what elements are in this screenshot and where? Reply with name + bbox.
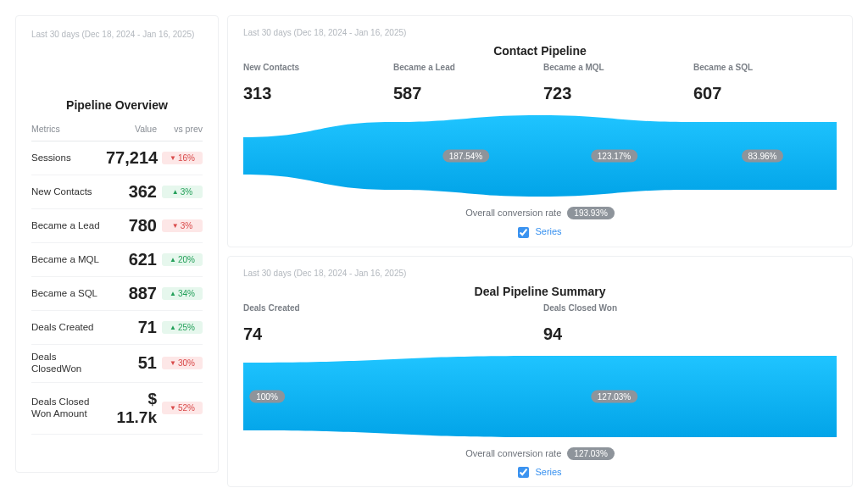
delta-badge: ▼16% bbox=[162, 152, 203, 164]
stage-label: Became a Lead bbox=[393, 63, 537, 72]
overview-header-value: Value bbox=[106, 124, 157, 134]
contact-funnel: 187.54% 123.17% 83.96% bbox=[243, 114, 837, 198]
overall-conversion-label: Overall conversion rate bbox=[465, 208, 561, 218]
overview-row: Became a Lead780▼3% bbox=[31, 209, 203, 243]
conversion-badge: 123.17% bbox=[591, 150, 637, 163]
overview-row: New Contacts362▲3% bbox=[31, 175, 203, 209]
pipeline-stage: Became a SQL607 bbox=[693, 63, 837, 103]
deal-stages-row: Deals Created74Deals Closed Won94 bbox=[243, 303, 837, 344]
stage-label: Deals Created bbox=[243, 303, 537, 313]
delta-badge: ▼30% bbox=[162, 357, 203, 369]
delta-text: 52% bbox=[178, 403, 195, 413]
delta-badge: ▼52% bbox=[162, 402, 203, 414]
triangle-down-icon: ▼ bbox=[172, 223, 179, 230]
series-legend-label: Series bbox=[535, 467, 561, 477]
pipeline-overview-card: Last 30 days (Dec 18, 2024 - Jan 16, 202… bbox=[15, 15, 219, 473]
delta-badge: ▲25% bbox=[162, 321, 203, 334]
delta-text: 3% bbox=[181, 221, 192, 230]
overview-row: Became a MQL621▲20% bbox=[31, 243, 203, 277]
pipeline-stage: Deals Created74 bbox=[243, 303, 537, 344]
stage-value: 313 bbox=[243, 84, 387, 103]
contact-stages-row: New Contacts313Became a Lead587Became a … bbox=[243, 63, 837, 103]
stage-label: Became a SQL bbox=[693, 63, 837, 72]
metric-label: Sessions bbox=[31, 152, 101, 164]
metric-value: 621 bbox=[106, 250, 157, 269]
overview-row: Deals Closed Won Amount$ 11.7k▼52% bbox=[31, 383, 203, 435]
triangle-up-icon: ▲ bbox=[170, 257, 176, 263]
deal-funnel-svg bbox=[243, 354, 837, 439]
stage-value: 74 bbox=[243, 324, 537, 344]
stage-value: 607 bbox=[693, 84, 837, 103]
metric-label: Deals Created bbox=[31, 322, 101, 334]
overall-conversion-label: Overall conversion rate bbox=[465, 448, 561, 458]
triangle-down-icon: ▼ bbox=[170, 360, 176, 367]
deal-funnel: 100% 127.03% bbox=[243, 354, 837, 439]
series-legend-label: Series bbox=[535, 226, 561, 236]
series-legend-item[interactable]: Series bbox=[518, 467, 561, 477]
metric-label: Became a MQL bbox=[31, 254, 101, 266]
overview-row: Became a SQL887▲34% bbox=[31, 277, 203, 311]
conversion-badge: 100% bbox=[249, 390, 285, 402]
stage-value: 723 bbox=[543, 84, 687, 103]
overview-row: Deals ClosedWon51▼30% bbox=[31, 345, 203, 383]
overview-header-row: Metrics Value vs prev bbox=[31, 117, 203, 141]
pipeline-stage: Became a Lead587 bbox=[393, 63, 537, 103]
overview-title: Pipeline Overview bbox=[31, 98, 203, 112]
metric-label: Became a Lead bbox=[31, 220, 101, 232]
pipeline-stage: Became a MQL723 bbox=[543, 63, 687, 103]
deal-pipeline-title: Deal Pipeline Summary bbox=[243, 285, 837, 298]
series-legend-item[interactable]: Series bbox=[518, 226, 561, 236]
triangle-up-icon: ▲ bbox=[170, 291, 176, 297]
overall-conversion-line: Overall conversion rate 193.93% bbox=[243, 207, 837, 219]
delta-text: 3% bbox=[181, 187, 192, 197]
stage-value: 94 bbox=[543, 324, 837, 344]
conversion-badge: 83.96% bbox=[742, 150, 784, 163]
overview-header-metric: Metrics bbox=[31, 124, 101, 134]
overview-header-vsprev: vs prev bbox=[162, 124, 203, 134]
series-checkbox[interactable] bbox=[518, 467, 529, 478]
overview-rows: Sessions77,214▼16%New Contacts362▲3%Beca… bbox=[31, 141, 203, 435]
metric-value: 780 bbox=[106, 216, 157, 236]
overall-conversion-badge: 193.93% bbox=[567, 207, 614, 219]
contact-pipeline-title: Contact Pipeline bbox=[243, 44, 837, 58]
date-range-label: Last 30 days (Dec 18, 2024 - Jan 16, 202… bbox=[243, 28, 837, 37]
series-checkbox[interactable] bbox=[518, 227, 529, 238]
delta-text: 34% bbox=[178, 289, 195, 298]
delta-badge: ▲3% bbox=[162, 186, 203, 198]
metric-value: 362 bbox=[106, 182, 157, 202]
overview-row: Deals Created71▲25% bbox=[31, 311, 203, 345]
delta-badge: ▼3% bbox=[162, 219, 203, 232]
metric-value: 71 bbox=[106, 318, 157, 337]
deal-legend: Series bbox=[243, 467, 837, 479]
metric-label: Deals ClosedWon bbox=[31, 352, 101, 375]
metric-label: Deals Closed Won Amount bbox=[31, 396, 101, 420]
overall-conversion-line: Overall conversion rate 127.03% bbox=[243, 447, 837, 460]
delta-badge: ▲20% bbox=[162, 253, 203, 266]
metric-value: 77,214 bbox=[106, 148, 157, 168]
triangle-up-icon: ▲ bbox=[170, 324, 176, 331]
metric-label: Became a SQL bbox=[31, 288, 101, 300]
delta-text: 20% bbox=[178, 255, 195, 264]
metric-value: 51 bbox=[106, 353, 157, 373]
delta-text: 30% bbox=[178, 358, 195, 368]
pipeline-stage: New Contacts313 bbox=[243, 63, 387, 103]
delta-badge: ▲34% bbox=[162, 287, 203, 300]
date-range-label: Last 30 days (Dec 18, 2024 - Jan 16, 202… bbox=[31, 30, 203, 39]
delta-text: 16% bbox=[178, 153, 195, 163]
stage-label: Became a MQL bbox=[543, 63, 687, 72]
metric-label: New Contacts bbox=[31, 186, 101, 198]
deal-pipeline-card: Last 30 days (Dec 18, 2024 - Jan 16, 202… bbox=[227, 256, 853, 488]
conversion-badge: 187.54% bbox=[442, 150, 489, 163]
pipeline-stage: Deals Closed Won94 bbox=[543, 303, 837, 344]
triangle-down-icon: ▼ bbox=[170, 155, 176, 162]
date-range-label: Last 30 days (Dec 18, 2024 - Jan 16, 202… bbox=[243, 269, 837, 278]
delta-text: 25% bbox=[178, 323, 195, 332]
overall-conversion-badge: 127.03% bbox=[567, 447, 614, 460]
contact-pipeline-card: Last 30 days (Dec 18, 2024 - Jan 16, 202… bbox=[227, 15, 853, 247]
stage-label: New Contacts bbox=[243, 63, 387, 72]
metric-value: $ 11.7k bbox=[106, 390, 157, 427]
triangle-up-icon: ▲ bbox=[172, 189, 179, 196]
main-column: Last 30 days (Dec 18, 2024 - Jan 16, 202… bbox=[227, 15, 853, 473]
overview-row: Sessions77,214▼16% bbox=[31, 141, 203, 175]
conversion-badge: 127.03% bbox=[591, 390, 637, 402]
